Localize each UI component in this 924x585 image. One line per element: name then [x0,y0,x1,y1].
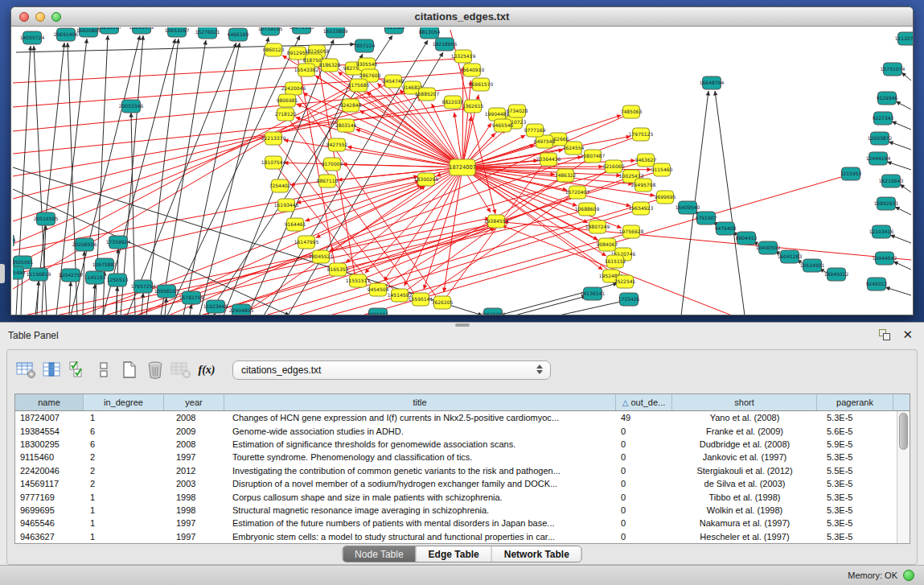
column-header-title[interactable]: title [224,394,616,410]
table-cell[interactable]: 1 [84,505,164,515]
table-cell[interactable]: Wolkin et al. (1998) [672,505,817,515]
table-cell[interactable]: 6 [84,439,164,449]
table-row[interactable]: 1872400712008Changes of HCN gene express… [15,411,897,424]
selection-mode-button[interactable] [65,358,91,382]
tab-node-table[interactable]: Node Table [343,546,417,562]
table-cell[interactable]: 5.3E-5 [817,479,893,488]
table-cell[interactable]: 5.9E-5 [817,439,893,449]
table-cell[interactable]: 1 [84,492,164,502]
table-scrollbar[interactable] [897,411,910,543]
close-window-button[interactable] [19,12,29,22]
network-window-titlebar[interactable]: citations_edges.txt [11,7,913,27]
table-cell[interactable]: 1997 [164,518,224,528]
table-row[interactable]: 1456911722003Disruption of a novel membe… [15,477,897,490]
column-header-name[interactable]: name [15,394,84,410]
column-header-short[interactable]: short [672,394,817,410]
minimize-window-button[interactable] [35,12,45,22]
table-cell[interactable]: 2 [84,466,164,476]
column-header-out_de[interactable]: △out_de... [616,394,672,410]
table-cell[interactable]: Dudbridge et al. (2008) [672,439,817,449]
create-column-button[interactable] [117,358,142,382]
table-cell[interactable]: 5.3E-5 [817,492,893,502]
table-cell[interactable]: 1 [84,532,164,542]
table-cell[interactable]: Genome-wide association studies in ADHD. [224,426,616,436]
table-cell[interactable]: 9699695 [15,505,84,515]
table-cell[interactable]: Investigating the contribution of common… [224,466,616,476]
memory-status-icon[interactable] [903,570,914,581]
table-cell[interactable]: 2003 [164,479,224,488]
delete-columns-button[interactable] [142,358,168,382]
tab-network-table[interactable]: Network Table [492,546,581,562]
table-cell[interactable]: 2012 [164,466,224,476]
table-cell[interactable]: 9777169 [15,492,84,502]
table-cell[interactable]: 18724007 [15,413,84,422]
scrollbar-thumb[interactable] [899,413,908,450]
network-window[interactable]: citations_edges.txt 14055724206914061682… [10,6,914,315]
table-cell[interactable]: Yano et al. (2008) [672,413,817,422]
column-header-year[interactable]: year [164,394,224,410]
float-panel-icon[interactable] [879,329,892,342]
table-cell[interactable]: Disruption of a novel member of a sodium… [224,479,616,488]
table-row[interactable]: 977716911998Corpus callosum shape and si… [15,490,897,503]
table-cell[interactable]: 1998 [164,505,224,515]
function-builder-button[interactable]: f(x) [194,358,220,382]
table-cell[interactable]: 5.3E-5 [817,532,893,542]
table-row[interactable]: 911546021997Tourette syndrome. Phenomeno… [15,451,897,463]
table-cell[interactable]: 0 [616,479,672,488]
table-cell[interactable]: Corpus callosum shape and size in male p… [224,492,616,502]
table-row[interactable]: 2242004622012Investigating the contribut… [15,464,897,477]
row-height-button[interactable] [91,358,117,382]
table-cell[interactable]: 9463627 [15,532,84,542]
table-cell[interactable]: 0 [616,466,672,476]
table-cell[interactable]: 5.3E-5 [817,452,893,462]
table-cell[interactable]: 5.6E-5 [817,426,893,436]
tab-edge-table[interactable]: Edge Table [417,546,492,562]
table-cell[interactable]: 18300295 [15,439,84,449]
table-cell[interactable]: Estimation of significance thresholds fo… [224,439,616,449]
table-cell[interactable]: 1997 [164,452,224,462]
table-cell[interactable]: Estimation of the future numbers of pati… [224,518,616,528]
table-cell[interactable]: 2 [84,452,164,462]
table-cell[interactable]: 2 [84,479,164,488]
network-canvas[interactable]: 1405572420691406168208051020051720891479… [13,27,913,315]
table-cell[interactable]: 9465546 [15,518,84,528]
table-cell[interactable]: 5.3E-5 [817,505,893,515]
table-row[interactable]: 946554611997Estimation of the future num… [15,517,897,529]
column-visibility-button[interactable] [39,358,65,382]
table-cell[interactable]: 1 [84,518,164,528]
table-row[interactable]: 969969511998Structural magnetic resonanc… [15,504,897,517]
table-cell[interactable]: Stergiakouli et al. (2012) [672,466,817,476]
column-header-pagerank[interactable]: pagerank [817,394,893,410]
table-cell[interactable]: 6 [84,426,164,436]
citation-network-graph[interactable]: 1405572420691406168208051020051720891479… [13,27,913,315]
zoom-window-button[interactable] [51,12,61,22]
table-row[interactable]: 1938455462009Genome-wide association stu… [15,424,897,437]
table-cell[interactable]: 0 [616,505,672,515]
table-cell[interactable]: 0 [616,532,672,542]
table-row[interactable]: 1830029562008Estimation of significance … [15,438,897,451]
table-cell[interactable]: 5.5E-5 [817,466,893,476]
table-cell[interactable]: Structural magnetic resonance image aver… [224,505,616,515]
table-cell[interactable]: 0 [616,492,672,502]
table-cell[interactable]: 0 [616,518,672,528]
table-cell[interactable]: Tourette syndrome. Phenomenology and cla… [224,452,616,462]
table-cell[interactable]: 0 [616,426,672,436]
table-cell[interactable]: 9115460 [15,452,84,462]
table-cell[interactable]: 19384554 [15,426,84,436]
table-cell[interactable]: 2008 [164,413,224,422]
table-cell[interactable]: Franke et al. (2009) [672,426,817,436]
table-mode-button[interactable] [14,358,39,382]
table-cell[interactable]: 22420046 [15,466,84,476]
table-cell[interactable]: 2008 [164,439,224,449]
table-cell[interactable]: Changes of HCN gene expression and I(f) … [224,413,616,422]
table-cell[interactable]: 1997 [164,532,224,542]
table-cell[interactable]: 2009 [164,426,224,436]
table-cell[interactable]: Hescheler et al. (1997) [672,532,817,542]
table-chooser-dropdown[interactable]: citations_edges.txt [232,360,551,380]
table-cell[interactable]: Nakamura et al. (1997) [672,518,817,528]
table-cell[interactable]: Jankovic et al. (1997) [672,452,817,462]
panel-resize-handle[interactable] [455,323,470,327]
splitter-notch[interactable] [0,264,5,283]
table-cell[interactable]: 1 [84,413,164,422]
table-row[interactable]: 946362711997Embryonic stem cells: a mode… [15,530,897,543]
